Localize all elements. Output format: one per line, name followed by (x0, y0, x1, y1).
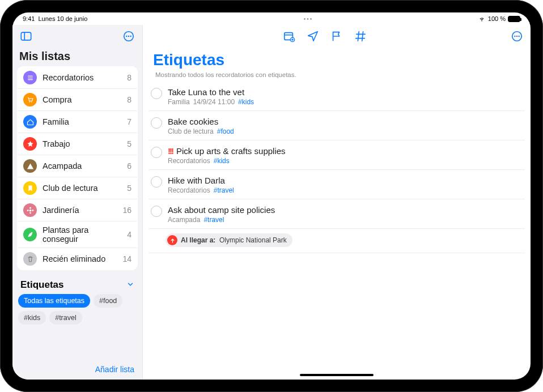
main-more-icon[interactable] (509, 28, 525, 44)
flag-icon[interactable] (329, 28, 345, 44)
list-icon (23, 228, 37, 241)
list-icon (23, 252, 37, 266)
svg-point-6 (29, 101, 30, 103)
svg-point-7 (31, 101, 32, 103)
hashtag-icon[interactable] (353, 28, 368, 44)
svg-point-19 (514, 36, 515, 37)
list-count: 5 (127, 139, 131, 148)
list-count: 4 (127, 230, 131, 239)
svg-point-5 (130, 36, 131, 37)
location-badge-icon (167, 235, 177, 245)
reminder-tag: #travel (203, 216, 224, 224)
list-row[interactable]: Acampada6 (18, 155, 137, 177)
svg-point-9 (29, 207, 31, 208)
calendar-add-icon[interactable] (281, 28, 297, 44)
list-icon (23, 181, 37, 195)
svg-point-10 (29, 212, 31, 214)
reminder-row[interactable]: Bake cookiesClub de lectura#food (149, 111, 525, 140)
tags-collapse-chevron-icon[interactable] (126, 280, 134, 290)
list-row[interactable]: Recién eliminado14 (18, 248, 137, 270)
sidebar: Mis listas Recordatorios8Compra8Familia7… (12, 25, 143, 380)
ipad-device: 9:41 Lunes 10 de junio ••• 100 % (0, 0, 543, 392)
list-row[interactable]: Familia7 (18, 111, 137, 133)
list-icon (23, 203, 37, 217)
reminder-list-label: Familia (168, 98, 190, 106)
list-name: Jardinería (43, 206, 117, 215)
reminder-tag: #kids (238, 98, 254, 106)
reminder-list-label: Recordatorios (168, 157, 210, 165)
reminder-title: Take Luna to the vet (168, 87, 244, 97)
reminder-row[interactable]: Take Luna to the vetFamilia14/9/24 11:00… (149, 82, 525, 111)
list-icon (23, 115, 37, 129)
reminder-complete-circle[interactable] (151, 206, 162, 217)
more-options-icon[interactable] (121, 28, 137, 44)
reminders-list: Take Luna to the vetFamilia14/9/24 11:00… (143, 82, 531, 253)
svg-point-21 (518, 36, 519, 37)
reminder-tag: #travel (214, 186, 234, 194)
list-row[interactable]: Plantas para conseguir4 (18, 221, 137, 248)
tag-chip-all[interactable]: Todas las etiquetas (18, 294, 90, 308)
location-icon[interactable] (305, 28, 321, 44)
list-icon (23, 93, 37, 106)
list-row[interactable]: Compra8 (18, 89, 137, 111)
reminder-list-label: Acampada (168, 216, 200, 224)
list-row[interactable]: Trabajo5 (18, 133, 137, 155)
sidebar-toggle-icon[interactable] (18, 28, 34, 44)
home-indicator[interactable] (300, 374, 374, 376)
page-subtitle: Mostrando todos los recordatorios con et… (155, 71, 520, 78)
reminder-title: Hike with Darla (168, 176, 225, 185)
list-count: 16 (122, 206, 131, 215)
reminder-row[interactable]: Hike with DarlaRecordatorios#travel (149, 170, 525, 199)
priority-icon: !!! (168, 146, 173, 156)
location-chip[interactable]: Al llegar a: Olympic National Park (166, 233, 292, 247)
list-name: Acampada (43, 161, 121, 171)
svg-point-3 (126, 36, 127, 37)
tag-chip[interactable]: #kids (18, 311, 46, 325)
reminder-row[interactable]: !!!Pick up arts & crafts suppliesRecorda… (149, 140, 525, 170)
tags-chip-group: Todas las etiquetas#food#kids#travel (17, 294, 138, 325)
svg-point-20 (516, 36, 517, 37)
battery-icon (508, 16, 520, 22)
battery-text: 100 % (488, 15, 506, 22)
reminder-complete-circle[interactable] (151, 88, 162, 99)
svg-point-8 (29, 209, 31, 211)
my-lists-header: Mis listas (12, 48, 142, 66)
screen: 9:41 Lunes 10 de junio ••• 100 % (12, 12, 531, 380)
list-count: 14 (122, 254, 131, 263)
svg-rect-0 (21, 32, 31, 40)
reminder-complete-circle[interactable] (151, 117, 162, 129)
reminder-row[interactable]: Ask about camp site policiesAcampada#tra… (149, 199, 525, 229)
reminder-list-label: Recordatorios (168, 186, 210, 194)
reminder-title: Bake cookies (168, 117, 218, 126)
multitask-dots-icon[interactable]: ••• (304, 16, 313, 22)
list-icon (23, 137, 37, 151)
list-name: Club de lectura (43, 184, 121, 193)
list-name: Recién eliminado (43, 254, 117, 263)
list-name: Recordatorios (43, 73, 121, 82)
list-row[interactable]: Recordatorios8 (18, 67, 137, 89)
reminder-tag: #kids (214, 157, 230, 165)
list-icon (23, 71, 37, 84)
lists-container: Recordatorios8Compra8Familia7Trabajo5Aca… (17, 66, 138, 270)
list-row[interactable]: Jardinería16 (18, 199, 137, 221)
tags-header: Etiquetas (20, 279, 64, 291)
list-row[interactable]: Club de lectura5 (18, 177, 137, 199)
svg-point-12 (32, 210, 33, 211)
add-list-button[interactable]: Añadir lista (95, 365, 134, 374)
list-count: 7 (127, 117, 131, 126)
reminder-complete-circle[interactable] (151, 176, 162, 188)
status-date: Lunes 10 de junio (38, 15, 87, 22)
wifi-icon (478, 16, 486, 22)
list-name: Familia (43, 117, 121, 126)
list-name: Plantas para conseguir (43, 225, 121, 244)
status-bar: 9:41 Lunes 10 de junio ••• 100 % (12, 12, 531, 25)
svg-point-4 (128, 36, 129, 37)
tag-chip[interactable]: #travel (49, 311, 82, 325)
list-count: 5 (127, 184, 131, 193)
list-name: Compra (43, 95, 121, 104)
tag-chip[interactable]: #food (94, 294, 122, 308)
reminder-extra: 14/9/24 11:00 (193, 98, 235, 106)
reminder-list-label: Club de lectura (168, 127, 214, 135)
reminder-complete-circle[interactable] (151, 147, 162, 158)
reminder-title: Ask about camp site policies (168, 205, 275, 215)
